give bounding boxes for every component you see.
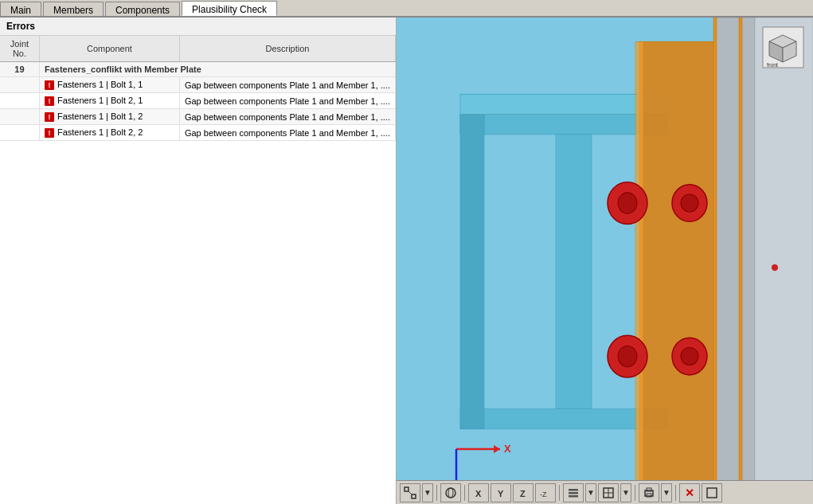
svg-rect-35 <box>405 487 408 491</box>
svg-point-16 <box>618 193 637 213</box>
svg-text:Z: Z <box>520 489 526 498</box>
col-description: Description <box>179 36 395 62</box>
svg-text:X: X <box>504 443 511 455</box>
tab-components[interactable]: Components <box>105 2 180 16</box>
svg-rect-13 <box>713 18 717 504</box>
description-cell: Gap between components Plate 1 and Membe… <box>179 125 395 141</box>
x-view-button[interactable]: X <box>468 483 489 502</box>
errors-table: JointNo. Component Description 19 Fasten… <box>0 36 396 141</box>
errors-header: Errors <box>0 18 396 36</box>
svg-rect-10 <box>635 41 643 502</box>
col-joint-no: JointNo. <box>0 36 39 62</box>
svg-point-38 <box>446 488 455 498</box>
orientation-cube[interactable]: front <box>761 25 805 69</box>
perspective-button[interactable] <box>440 483 461 502</box>
group-label-cell: Fasteners_conflikt with Member Plate <box>39 62 395 77</box>
svg-rect-36 <box>412 494 416 498</box>
table-container: JointNo. Component Description 19 Fasten… <box>0 36 396 504</box>
error-icon: ! <box>45 80 54 90</box>
sep4 <box>635 485 635 501</box>
render-mode-button[interactable] <box>598 483 619 502</box>
table-row[interactable]: !Fasteners 1 | Bolt 2, 1 Gap between com… <box>0 93 396 109</box>
svg-point-39 <box>448 488 453 498</box>
svg-rect-4 <box>556 135 592 409</box>
render-dropdown[interactable]: ▼ <box>620 483 631 502</box>
svg-text:front: front <box>767 62 778 68</box>
close-red-button[interactable]: ✕ <box>679 483 700 502</box>
main-layout: Errors JointNo. Component Description 19… <box>0 18 813 504</box>
col-component: Component <box>39 36 179 62</box>
svg-rect-14 <box>739 18 742 504</box>
svg-text:-Z: -Z <box>540 490 547 498</box>
sep2 <box>464 485 465 501</box>
tab-plausibility[interactable]: Plausibility Check <box>182 1 277 16</box>
tab-bar: Main Members Components Plausibility Che… <box>0 0 813 18</box>
print-dropdown[interactable]: ▼ <box>661 483 672 502</box>
settings-button[interactable] <box>702 483 722 502</box>
svg-rect-53 <box>707 488 717 498</box>
svg-rect-11 <box>715 18 755 504</box>
error-icon: ! <box>45 112 54 122</box>
svg-point-18 <box>681 194 698 212</box>
z-view-button[interactable]: Z <box>513 483 534 502</box>
table-row[interactable]: 19 Fasteners_conflikt with Member Plate <box>0 62 396 77</box>
table-row[interactable]: !Fasteners 1 | Bolt 1, 2 Gap between com… <box>0 109 396 125</box>
layers-button[interactable] <box>563 483 584 502</box>
description-cell: Gap between components Plate 1 and Membe… <box>179 77 395 93</box>
description-cell: Gap between components Plate 1 and Membe… <box>179 109 395 125</box>
component-cell: !Fasteners 1 | Bolt 2, 2 <box>39 125 179 141</box>
table-row[interactable]: !Fasteners 1 | Bolt 2, 2 Gap between com… <box>0 125 396 141</box>
bottom-toolbar: ▼ X Y Z -Z <box>397 480 813 504</box>
joint-no-cell <box>0 77 39 93</box>
joint-no-cell <box>0 109 39 125</box>
viewport: X Z front ▼ <box>397 18 813 504</box>
component-cell: !Fasteners 1 | Bolt 1, 2 <box>39 109 179 125</box>
svg-text:X: X <box>475 489 482 498</box>
layers-dropdown[interactable]: ▼ <box>585 483 596 502</box>
3d-scene: X Z <box>397 18 813 504</box>
sep1 <box>436 485 437 501</box>
component-cell: !Fasteners 1 | Bolt 1, 1 <box>39 77 179 93</box>
error-icon: ! <box>45 128 54 138</box>
print-button[interactable] <box>639 483 659 502</box>
tab-members[interactable]: Members <box>43 2 104 16</box>
fit-dropdown[interactable]: ▼ <box>422 483 433 502</box>
svg-rect-45 <box>569 492 578 494</box>
sep5 <box>675 485 676 501</box>
fit-all-button[interactable] <box>400 483 420 502</box>
joint-no-cell <box>0 125 39 141</box>
svg-point-20 <box>618 346 637 366</box>
svg-point-23 <box>772 264 778 271</box>
sep3 <box>559 485 560 501</box>
svg-rect-6 <box>460 115 484 429</box>
component-cell: !Fasteners 1 | Bolt 2, 1 <box>39 93 179 109</box>
svg-point-22 <box>681 347 698 365</box>
neg-z-view-button[interactable]: -Z <box>535 483 556 502</box>
svg-rect-9 <box>639 41 715 502</box>
joint-no-cell <box>0 93 39 109</box>
left-panel: Errors JointNo. Component Description 19… <box>0 18 397 504</box>
svg-rect-12 <box>755 18 813 504</box>
tab-main[interactable]: Main <box>0 2 41 16</box>
svg-rect-46 <box>569 495 578 498</box>
y-view-button[interactable]: Y <box>491 483 511 502</box>
svg-rect-44 <box>569 489 578 491</box>
svg-text:Y: Y <box>498 489 504 498</box>
description-cell: Gap between components Plate 1 and Membe… <box>179 93 395 109</box>
joint-no-cell: 19 <box>0 62 39 77</box>
table-row[interactable]: !Fasteners 1 | Bolt 1, 1 Gap between com… <box>0 77 396 93</box>
error-icon: ! <box>45 96 54 106</box>
svg-line-37 <box>408 491 412 494</box>
